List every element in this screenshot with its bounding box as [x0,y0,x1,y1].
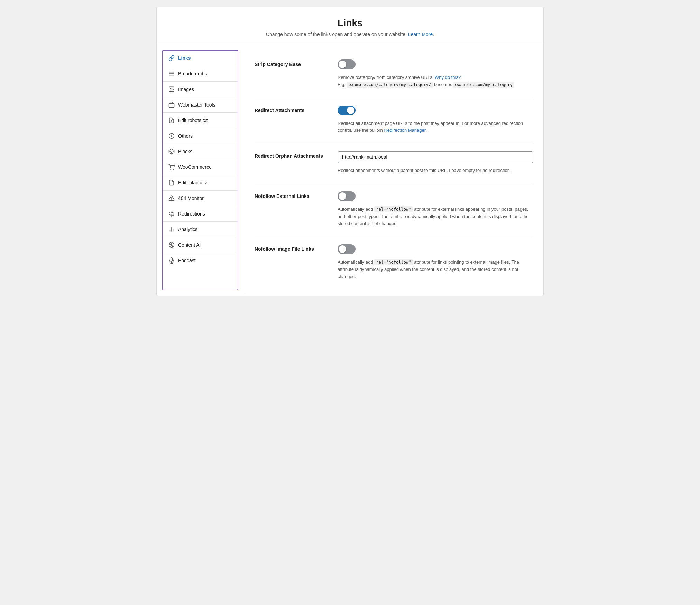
toggle-thumb [339,245,346,253]
sidebar-item-images[interactable]: Images [163,82,238,97]
page-header: Links Change how some of the links open … [156,7,544,44]
redirect-orphan-input[interactable] [338,151,533,163]
podcast-icon [168,257,175,264]
page-subtitle: Change how some of the links open and op… [164,31,536,37]
sidebar-label-htaccess: Edit .htaccess [178,180,208,185]
toggle-track-on [338,106,356,115]
setting-control-redirect-orphan: Redirect attachments without a parent po… [338,151,533,174]
toggle-redirect-attachments[interactable] [338,106,356,115]
sidebar-item-analytics[interactable]: Analytics [163,222,238,237]
htaccess-icon [168,180,175,186]
setting-control-nofollow-external: Automatically add rel="nofollow" attribu… [338,191,533,227]
sidebar-label-images: Images [178,86,194,92]
images-icon [168,86,175,92]
setting-control-redirect-attachments: Redirect all attachment page URLs to the… [338,106,533,135]
svg-point-13 [173,169,174,170]
toggle-strip-category-wrapper [338,59,356,69]
nofollow-external-desc: Automatically add rel="nofollow" attribu… [338,206,533,227]
sidebar-item-blocks[interactable]: Blocks [163,144,238,159]
svg-point-12 [171,169,171,170]
sidebar-item-breadcrumbs[interactable]: Breadcrumbs [163,66,238,82]
setting-label-strip-category: Strip Category Base [255,59,324,89]
setting-nofollow-external: Nofollow External Links Automatically ad… [255,183,533,236]
sidebar-item-podcast[interactable]: Podcast [163,253,238,268]
setting-strip-category-base: Strip Category Base Remove /category/ fr… [255,51,533,97]
toggle-thumb [339,192,346,200]
toggle-nofollow-image-wrapper [338,244,356,254]
sidebar-item-content-ai[interactable]: Content AI [163,237,238,253]
woo-icon [168,164,175,170]
sidebar-item-webmaster-tools[interactable]: Webmaster Tools [163,97,238,113]
monitor-icon [168,195,175,201]
toggle-track [338,244,356,254]
setting-label-redirect-orphan: Redirect Orphan Attachments [255,151,324,174]
webmaster-icon [168,102,175,108]
sidebar-label-breadcrumbs: Breadcrumbs [178,71,207,76]
toggle-redirect-attachments-wrapper [338,106,356,115]
content-ai-icon [168,242,175,248]
sidebar-label-404: 404 Monitor [178,195,204,201]
why-do-this-link[interactable]: Why do this? [435,75,461,80]
sidebar-item-redirections[interactable]: Redirections [163,206,238,222]
sidebar-label-robots: Edit robots.txt [178,118,208,123]
main-content: Strip Category Base Remove /category/ fr… [244,44,543,296]
toggle-strip-category[interactable] [338,59,356,69]
toggle-track [338,191,356,201]
sidebar-label-woocommerce: WooCommerce [178,164,212,170]
svg-point-6 [171,120,172,121]
sidebar-label-webmaster: Webmaster Tools [178,102,215,108]
others-icon [168,133,175,139]
sidebar: Links Breadcrumbs [162,50,238,290]
sidebar-label-podcast: Podcast [178,258,196,263]
toggle-nofollow-image[interactable] [338,244,356,254]
page-title: Links [164,18,536,29]
setting-label-nofollow-image: Nofollow Image File Links [255,244,324,280]
sidebar-label-others: Others [178,133,193,139]
toggle-thumb [347,107,354,114]
setting-nofollow-image: Nofollow Image File Links Automatically … [255,236,533,288]
svg-rect-5 [169,103,174,107]
sidebar-label-analytics: Analytics [178,227,197,232]
toggle-nofollow-external[interactable] [338,191,356,201]
setting-redirect-orphan: Redirect Orphan Attachments Redirect att… [255,143,533,183]
links-icon [168,55,175,61]
sidebar-item-woocommerce[interactable]: WooCommerce [163,159,238,175]
setting-control-nofollow-image: Automatically add rel="nofollow" attribu… [338,244,533,280]
redirect-attachments-desc: Redirect all attachment page URLs to the… [338,120,533,135]
redirections-icon [168,211,175,217]
breadcrumbs-icon [168,71,175,77]
nofollow-image-desc: Automatically add rel="nofollow" attribu… [338,259,533,280]
sidebar-label-content-ai: Content AI [178,242,201,248]
toggle-thumb [339,61,346,68]
sidebar-item-links[interactable]: Links [163,51,238,66]
page-wrapper: Links Change how some of the links open … [149,0,551,303]
svg-point-4 [170,88,171,89]
sidebar-label-links: Links [178,55,191,61]
redirect-orphan-desc: Redirect attachments without a parent po… [338,167,533,174]
toggle-track [338,59,356,69]
sidebar-label-redirections: Redirections [178,211,205,217]
robots-icon [168,117,175,123]
setting-control-strip-category: Remove /category/ from category archive … [338,59,533,89]
content-area: Links Breadcrumbs [156,44,544,296]
strip-category-desc: Remove /category/ from category archive … [338,74,533,89]
redirection-manager-link[interactable]: Redirection Manager [384,128,425,133]
toggle-nofollow-external-wrapper [338,191,356,201]
sidebar-item-robots[interactable]: Edit robots.txt [163,113,238,128]
setting-label-nofollow-external: Nofollow External Links [255,191,324,227]
learn-more-link[interactable]: Learn More [408,31,433,37]
setting-redirect-attachments: Redirect Attachments Redirect all attach… [255,97,533,143]
setting-label-redirect-attachments: Redirect Attachments [255,106,324,135]
sidebar-label-blocks: Blocks [178,149,192,154]
analytics-icon [168,226,175,232]
sidebar-item-htaccess[interactable]: Edit .htaccess [163,175,238,191]
blocks-icon [168,148,175,155]
sidebar-item-404[interactable]: 404 Monitor [163,191,238,206]
sidebar-item-others[interactable]: Others [163,128,238,144]
